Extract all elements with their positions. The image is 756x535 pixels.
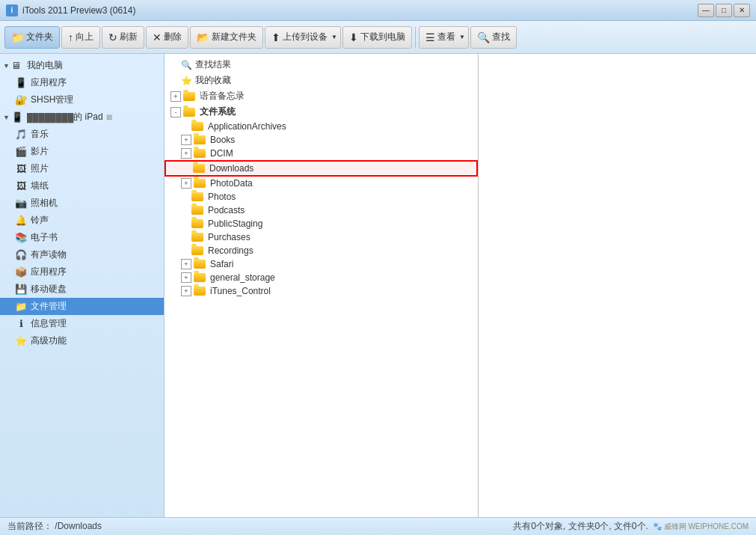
advanced-icon: ⭐ <box>15 335 27 347</box>
sidebar-item-shsh[interactable]: 🔐 SHSH管理 <box>0 91 164 108</box>
toolbar-delete-button[interactable]: ✕ 删除 <box>146 26 188 49</box>
expand-general-storage[interactable]: + <box>181 272 191 283</box>
tree-item-purchases[interactable]: Purchases <box>165 230 478 244</box>
tree-item-voicememos[interactable]: + 语音备忘录 <box>165 88 478 104</box>
applications-icon: 📦 <box>15 266 27 278</box>
recordings-folder-icon <box>191 245 205 256</box>
itunescontrol-folder-icon <box>194 286 207 296</box>
file-panel: 🔍 查找结果 ⭐ 我的收藏 + 语音备忘录 - <box>165 54 756 517</box>
search-icon: 🔍 <box>477 31 490 43</box>
tree-item-photodata[interactable]: + PhotoData <box>165 177 478 190</box>
status-path: 当前路径： /Downloads <box>7 520 102 533</box>
sidebar-item-advanced[interactable]: ⭐ 高级功能 <box>0 332 164 349</box>
tree-item-photos[interactable]: Photos <box>165 190 478 204</box>
window-controls: — □ ✕ <box>698 4 750 17</box>
toolbar-up-button[interactable]: ↑ 向上 <box>61 26 100 49</box>
status-bar: 当前路径： /Downloads 共有0个对象, 文件夹0个, 文件0个. 🐾 … <box>0 517 756 535</box>
download-icon: ⬇ <box>349 31 358 43</box>
tree-item-general-storage[interactable]: + general_storage <box>165 271 478 284</box>
expand-itunes-control[interactable]: + <box>181 286 191 296</box>
ipad-name: ████████ <box>27 113 73 122</box>
sidebar-item-applications[interactable]: 📦 应用程序 <box>0 263 164 281</box>
star-icon: ⭐ <box>181 76 192 86</box>
sidebar-item-ebooks[interactable]: 📚 电子书 <box>0 229 164 246</box>
toolbar-newfolder-button[interactable]: 📂 新建文件夹 <box>190 26 263 49</box>
app-body: 📁 文件夹 ↑ 向上 ↻ 刷新 ✕ 删除 📂 新建文件夹 ⬆ 上传到设备 ▼ ⬇… <box>0 21 756 535</box>
search-icon: 🔍 <box>181 60 192 70</box>
tree-item-favorites[interactable]: ⭐ 我的收藏 <box>165 73 478 88</box>
filemanager-icon: 📁 <box>15 301 27 313</box>
upload-arrow-icon: ▼ <box>331 34 337 40</box>
podcasts-folder-icon <box>191 205 205 215</box>
tree-item-recordings[interactable]: Recordings <box>165 244 478 257</box>
expand-voicememos[interactable]: + <box>170 91 181 102</box>
ebooks-icon: 📚 <box>15 232 27 244</box>
tree-item-downloads[interactable]: Downloads <box>165 160 478 177</box>
up-icon: ↑ <box>68 31 73 43</box>
watermark-text: 🐾 威锋网 WEIPHONE.COM <box>653 522 749 532</box>
view-arrow-icon: ▼ <box>459 34 465 40</box>
expand-safari[interactable]: + <box>181 259 191 269</box>
tree-item-dcim[interactable]: + DCIM <box>165 147 478 160</box>
close-button[interactable]: ✕ <box>734 4 750 17</box>
sidebar-item-photos[interactable]: 🖼 照片 <box>0 160 164 177</box>
camera-icon: 📷 <box>15 198 27 210</box>
generalstorage-folder-icon <box>194 272 207 283</box>
tree-item-filesystem[interactable]: - 文件系统 <box>165 104 478 120</box>
delete-icon: ✕ <box>153 31 162 43</box>
tree-item-publicstaging[interactable]: PublicStaging <box>165 217 478 230</box>
sidebar-item-mypc[interactable]: ▼ 🖥 我的电脑 <box>0 57 164 74</box>
sidebar-item-movies[interactable]: 🎬 影片 <box>0 143 164 160</box>
folder-icon: 📁 <box>11 31 24 43</box>
sidebar-item-audiobooks[interactable]: 🎧 有声读物 <box>0 246 164 263</box>
sidebar-item-camera[interactable]: 📷 照相机 <box>0 195 164 212</box>
tree-item-safari[interactable]: + Safari <box>165 257 478 271</box>
sidebar-item-wallpaper[interactable]: 🖼 墙纸 <box>0 177 164 195</box>
mypc-arrow-icon: ▼ <box>3 62 10 70</box>
expand-dcim[interactable]: + <box>181 148 191 159</box>
toolbar-view-button[interactable]: ☰ 查看 ▼ <box>419 26 469 49</box>
drive-icon: 💾 <box>15 284 27 296</box>
sidebar-item-ipad[interactable]: ▼ 📱 ████████ 的 iPad ⊠ <box>0 108 164 126</box>
music-icon: 🎵 <box>15 129 27 141</box>
expand-photodata[interactable]: + <box>181 178 191 189</box>
sidebar-item-infomanager[interactable]: ℹ 信息管理 <box>0 315 164 332</box>
expand-books[interactable]: + <box>181 135 191 145</box>
tree-item-books[interactable]: + Books <box>165 133 478 147</box>
newfolder-icon: 📂 <box>197 31 209 43</box>
photos-icon: 🖼 <box>15 163 27 175</box>
toolbar-download-button[interactable]: ⬇ 下载到电脑 <box>342 26 412 49</box>
tree-item-podcasts[interactable]: Podcasts <box>165 204 478 217</box>
toolbar-search-button[interactable]: 🔍 查找 <box>470 26 517 49</box>
sidebar-item-apps[interactable]: 📱 应用程序 <box>0 74 164 91</box>
upload-icon: ⬆ <box>271 31 280 43</box>
title-bar: i iTools 2011 Preview3 (0614) — □ ✕ <box>0 0 756 21</box>
minimize-button[interactable]: — <box>698 4 714 17</box>
toolbar-filefolder-button[interactable]: 📁 文件夹 <box>4 26 60 49</box>
sidebar-item-ringtones[interactable]: 🔔 铃声 <box>0 212 164 229</box>
ipad-arrow-icon: ▼ <box>3 114 10 121</box>
view-icon: ☰ <box>425 31 435 43</box>
toolbar-upload-button[interactable]: ⬆ 上传到设备 ▼ <box>265 26 341 49</box>
sidebar-item-filemanager[interactable]: 📁 文件管理 <box>0 298 164 315</box>
movies-icon: 🎬 <box>15 146 27 158</box>
tree-item-applicationarchives[interactable]: ApplicationArchives <box>165 120 478 133</box>
toolbar: 📁 文件夹 ↑ 向上 ↻ 刷新 ✕ 删除 📂 新建文件夹 ⬆ 上传到设备 ▼ ⬇… <box>0 21 756 54</box>
computer-icon: 🖥 <box>11 60 23 72</box>
shsh-icon: 🔐 <box>15 94 27 106</box>
sidebar-item-externaldrive[interactable]: 💾 移动硬盘 <box>0 281 164 298</box>
tree-item-itunes-control[interactable]: + iTunes_Control <box>165 284 478 298</box>
purchases-folder-icon <box>191 232 205 242</box>
tree-item-searchresults[interactable]: 🔍 查找结果 <box>165 57 478 73</box>
maximize-button[interactable]: □ <box>716 4 732 17</box>
toolbar-refresh-button[interactable]: ↻ 刷新 <box>102 26 144 49</box>
content-area: ▼ 🖥 我的电脑 📱 应用程序 🔐 SHSH管理 ▼ 📱 ████████ 的 … <box>0 54 756 517</box>
ipad-status-icon: ⊠ <box>106 113 112 121</box>
ringtones-icon: 🔔 <box>15 215 27 227</box>
books-folder-icon <box>194 135 207 145</box>
photodata-folder-icon <box>194 178 207 189</box>
sidebar-item-music[interactable]: 🎵 音乐 <box>0 126 164 143</box>
ipad-icon: 📱 <box>11 111 23 123</box>
publicstaging-folder-icon <box>191 218 205 229</box>
expand-filesystem[interactable]: - <box>170 107 181 117</box>
